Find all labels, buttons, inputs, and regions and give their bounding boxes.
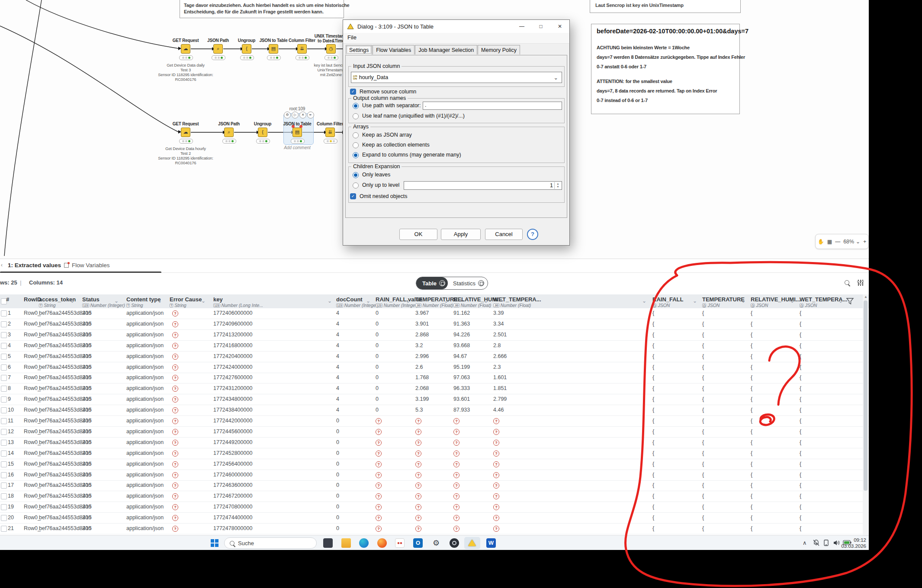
separator-input[interactable]: . xyxy=(423,102,562,110)
table-row[interactable]: 21Row0_bef76aa244553d8415200application/… xyxy=(0,524,869,534)
zoom-level[interactable]: 68% ⌄ xyxy=(843,238,860,245)
chevron-up-icon[interactable]: ∧ xyxy=(803,540,807,546)
chevron-down-icon[interactable]: ⌄ xyxy=(157,298,162,304)
workflow-node-json-table-icon[interactable]: ▤ xyxy=(269,44,278,54)
omit-nested-objects-checkbox[interactable]: ✓ xyxy=(350,193,356,199)
table-row[interactable]: 10Row0_bef76aa244553d8415200application/… xyxy=(0,405,869,416)
chevron-down-icon[interactable]: ⌄ xyxy=(114,298,119,304)
annotation-note-history[interactable]: Tage davor einzubeziehen. Auch hierbei h… xyxy=(180,0,344,18)
workflow-node-column-filter-icon[interactable]: ⇊ xyxy=(297,44,307,54)
edge-icon[interactable] xyxy=(359,538,369,548)
popout-icon[interactable] xyxy=(478,280,484,286)
column-header--[interactable]: # xyxy=(6,296,9,303)
maximize-icon[interactable]: □ xyxy=(531,20,550,33)
row-checkbox[interactable] xyxy=(1,332,7,338)
tab-settings[interactable]: Settings xyxy=(346,45,372,54)
column-header-status[interactable]: Status xyxy=(82,296,100,303)
taskbar-search[interactable]: Suche xyxy=(224,537,317,549)
scrollbar-thumb[interactable] xyxy=(864,300,867,491)
row-checkbox[interactable] xyxy=(1,472,7,478)
help-button[interactable]: ? xyxy=(527,229,538,240)
column-header-doccount[interactable]: docCount xyxy=(336,296,363,303)
pan-hand-icon[interactable]: ✋ xyxy=(818,239,824,245)
cancel-button[interactable]: Cancel xyxy=(485,229,523,240)
folder-icon[interactable] xyxy=(341,538,351,548)
notifications-off-icon[interactable] xyxy=(813,539,820,546)
table-row[interactable]: 2Row0_bef76aa244553d8415200application/j… xyxy=(0,319,869,330)
chevron-down-icon[interactable]: ⌄ xyxy=(406,298,410,304)
toggle-table[interactable]: Table xyxy=(416,277,448,289)
row-checkbox[interactable] xyxy=(1,515,7,521)
row-checkbox[interactable] xyxy=(1,504,7,510)
workflow-node-cloud-icon[interactable]: ☁ xyxy=(181,44,190,54)
word-icon[interactable]: W xyxy=(486,538,496,548)
row-checkbox[interactable] xyxy=(1,440,7,446)
tab-memory-policy[interactable]: Memory Policy xyxy=(478,45,520,54)
dialog-titlebar[interactable]: Dialog - 3:109 - JSON to Table — □ ✕ xyxy=(343,20,569,33)
chevron-down-icon[interactable]: ⌄ xyxy=(693,298,697,304)
row-checkbox[interactable] xyxy=(1,429,7,435)
zoom-in-button[interactable]: + xyxy=(863,239,866,245)
workflow-node-magnifier-icon[interactable]: ⌕ xyxy=(213,44,223,54)
tab-flow-variables[interactable]: Flow Variables xyxy=(373,45,414,54)
table-row[interactable]: 1Row0_bef76aa244553d8415200application/j… xyxy=(0,308,869,319)
row-checkbox[interactable] xyxy=(1,310,7,316)
chevron-down-icon[interactable]: ⌄ xyxy=(328,298,332,304)
table-row[interactable]: 3Row0_bef76aa244553d8415200application/j… xyxy=(0,330,869,341)
chevron-down-icon[interactable]: ⌄ xyxy=(642,298,646,304)
workflow-node-cloud-icon[interactable]: ☁ xyxy=(181,128,190,137)
table-row[interactable]: 19Row0_bef76aa244553d8415200application/… xyxy=(0,502,869,513)
chevron-down-icon[interactable]: ⌄ xyxy=(484,298,488,304)
apply-button[interactable]: Apply xyxy=(441,229,481,240)
row-checkbox[interactable] xyxy=(1,375,7,381)
row-checkbox[interactable] xyxy=(1,364,7,371)
close-icon[interactable]: ✕ xyxy=(550,20,569,33)
use-path-separator-radio[interactable] xyxy=(353,103,359,109)
column-header-error-cause[interactable]: Error Cause xyxy=(170,296,202,303)
column-header-wet-tempera---[interactable]: WET_TEMPERA... xyxy=(493,296,541,303)
filter-funnel-icon[interactable] xyxy=(846,298,854,305)
column-header-temperature[interactable]: TEMPERATURE xyxy=(702,296,745,303)
row-checkbox[interactable] xyxy=(1,451,7,457)
workflow-node-column-filter-icon[interactable]: ⇊ xyxy=(325,128,335,137)
start-button[interactable] xyxy=(211,539,218,547)
row-checkbox[interactable] xyxy=(1,386,7,392)
table-row[interactable]: 16Row0_bef76aa244553d8415200application/… xyxy=(0,470,869,481)
workflow-node-json-table-icon[interactable]: ▤ xyxy=(292,128,302,137)
zoom-out-button[interactable]: — xyxy=(835,239,840,245)
add-comment-label[interactable]: Add comment xyxy=(278,145,317,150)
chevron-down-icon[interactable]: ⌄ xyxy=(366,298,370,304)
table-row[interactable]: 15Row0_bef76aa244553d8415200application/… xyxy=(0,459,869,470)
row-checkbox[interactable] xyxy=(1,418,7,424)
chevron-down-icon[interactable]: ⌄ xyxy=(444,298,448,304)
vertical-scrollbar[interactable]: ▲ xyxy=(863,294,868,537)
tab-extracted-values[interactable]: 1: Extracted values xyxy=(8,262,61,268)
table-row[interactable]: 9Row0_bef76aa244553d8415200application/j… xyxy=(0,394,869,405)
snip-icon[interactable]: ●● xyxy=(395,538,405,548)
node-reset-icon[interactable]: ↞ xyxy=(307,112,314,118)
column-header-key[interactable]: key xyxy=(213,296,223,303)
chevron-down-icon[interactable]: ⌄ xyxy=(741,298,745,304)
table-row[interactable]: 6Row0_bef76aa244553d8415200application/j… xyxy=(0,362,869,373)
node-play-icon[interactable]: ▷ xyxy=(292,112,299,118)
input-json-column-select[interactable]: {JS ON hourly_Data ⌄ xyxy=(351,72,562,83)
ok-button[interactable]: OK xyxy=(399,229,437,240)
table-row[interactable]: 20Row0_bef76aa244553d8415200application/… xyxy=(0,513,869,524)
keep-collection-radio[interactable] xyxy=(353,142,359,148)
table-row[interactable]: 11Row0_bef76aa244553d8415200application/… xyxy=(0,416,869,427)
device-icon[interactable] xyxy=(823,539,830,546)
column-header-content-type[interactable]: Content type xyxy=(126,296,161,303)
window-icon[interactable] xyxy=(323,538,333,548)
node-cancel-icon[interactable]: ✕ xyxy=(299,112,306,118)
table-row[interactable]: 14Row0_bef76aa244553d8415200application/… xyxy=(0,448,869,459)
knob-icon[interactable] xyxy=(450,538,459,548)
row-checkbox[interactable] xyxy=(1,321,7,327)
workflow-node-magnifier-icon[interactable]: ⌕ xyxy=(224,128,234,137)
column-header-rain-fall[interactable]: RAIN_FALL xyxy=(652,296,684,303)
tab-job-manager[interactable]: Job Manager Selection xyxy=(415,45,477,54)
row-checkbox[interactable] xyxy=(1,526,7,532)
table-row[interactable]: 13Row0_bef76aa244553d8415200application/… xyxy=(0,438,869,448)
filter-settings-icon[interactable] xyxy=(858,280,864,286)
tab-scroll-icon[interactable]: ‹ xyxy=(1,262,3,268)
row-checkbox[interactable] xyxy=(1,343,7,349)
